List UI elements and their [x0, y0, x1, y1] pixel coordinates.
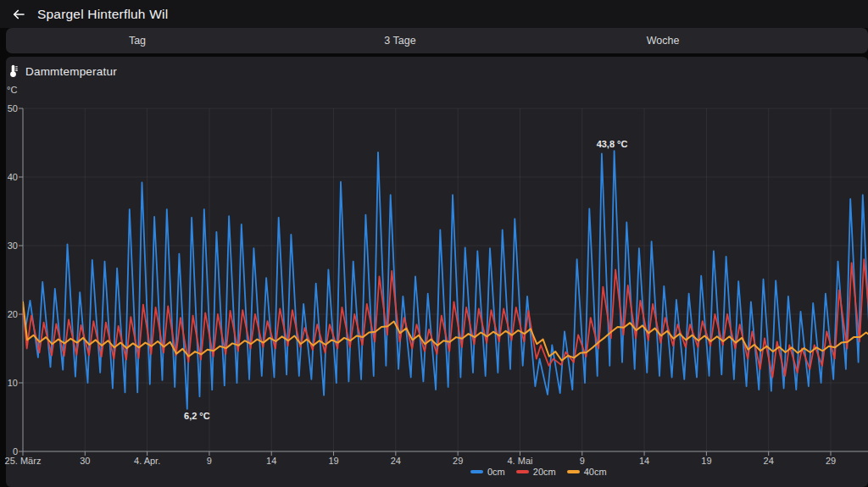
- x-tick-label: 4. Mai: [507, 456, 532, 466]
- x-tick-label: 19: [328, 456, 338, 466]
- legend-swatch: [470, 470, 483, 473]
- temperature-chart[interactable]: [0, 0, 868, 487]
- x-tick-label: 30: [80, 456, 90, 466]
- x-tick-label: 14: [639, 456, 649, 466]
- annotation-label: 43,8 °C: [597, 139, 628, 149]
- x-tick-label: 4. Apr.: [134, 456, 160, 466]
- legend-item-40cm[interactable]: 40cm: [567, 467, 607, 477]
- legend-label: 0cm: [487, 467, 505, 477]
- x-tick-label: 19: [701, 456, 711, 466]
- legend-swatch: [516, 470, 529, 473]
- legend-item-20cm[interactable]: 20cm: [516, 467, 556, 477]
- y-tick-label: 10: [0, 378, 18, 388]
- y-tick-label: 50: [0, 103, 18, 113]
- x-tick-label: 24: [391, 456, 401, 466]
- x-tick-label: 14: [266, 456, 276, 466]
- y-tick-label: 40: [0, 172, 18, 182]
- legend-label: 40cm: [584, 467, 607, 477]
- x-tick-label: 9: [580, 456, 585, 466]
- annotation-label: 6,2 °C: [184, 411, 210, 421]
- x-tick-label: 9: [207, 456, 212, 466]
- legend-swatch: [567, 470, 580, 473]
- y-tick-label: 0: [0, 446, 18, 457]
- x-tick-label: 29: [826, 456, 836, 466]
- legend-item-0cm[interactable]: 0cm: [470, 467, 505, 477]
- y-tick-label: 20: [0, 309, 18, 319]
- series-line-0cm: [23, 151, 868, 409]
- app-root: Spargel Hinterfluh Wil Tag 3 Tage Woche …: [0, 0, 868, 487]
- x-tick-label: 25. März: [5, 456, 42, 466]
- y-tick-label: 30: [0, 241, 18, 251]
- x-tick-label: 24: [764, 456, 774, 466]
- chart-legend: 0cm20cm40cm: [470, 467, 607, 477]
- x-tick-label: 29: [453, 456, 463, 466]
- legend-label: 20cm: [533, 467, 556, 477]
